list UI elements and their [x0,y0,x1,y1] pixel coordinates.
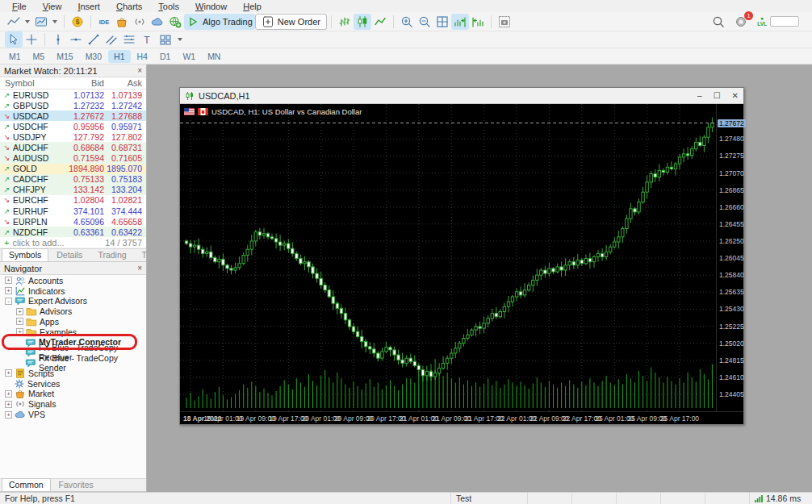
search-icon[interactable] [712,15,725,28]
column-bid[interactable]: Bid [62,78,104,88]
expand-icon[interactable]: + [5,369,12,377]
chart-preview-button[interactable] [32,14,60,30]
navigator-item-expert-advisors[interactable]: -Expert Advisors [0,296,146,306]
market-watch-row-eurpln[interactable]: ↘EURPLN4.650964.65658 [0,216,146,227]
market-watch-row-audchf[interactable]: ↘AUDCHF0.686840.68731 [0,142,146,152]
chart-style-button[interactable] [5,14,32,30]
column-ask[interactable]: Ask [104,78,146,88]
expand-icon[interactable]: + [5,401,12,408]
zoom-in-button[interactable] [398,14,416,30]
new-order-button[interactable]: New Order [255,14,327,30]
market-watch-row-audusd[interactable]: ↘AUDUSD0.715940.71605 [0,153,146,164]
zoom-out-button[interactable] [416,14,433,30]
close-button[interactable]: ✕ [732,91,739,100]
tab-trading[interactable]: Trading [90,248,133,261]
tile-windows-button[interactable] [433,14,451,30]
navigator-item-vps[interactable]: +VPS [0,410,146,420]
expand-icon[interactable]: + [5,277,12,284]
add-symbol-label[interactable]: click to add... [12,238,64,248]
market-watch-row-cadchf[interactable]: ↗CADCHF0.751330.75183 [0,174,146,185]
timeframe-h1[interactable]: H1 [108,50,130,63]
column-symbol[interactable]: Symbol [0,78,62,88]
close-icon[interactable]: × [137,264,142,273]
chart-window-titlebar[interactable]: USDCAD,H1 – ☐ ✕ [180,88,743,104]
timeframe-m15[interactable]: M15 [51,50,78,63]
deposit-button[interactable]: $ [69,14,86,30]
navigator-item-apps[interactable]: +Apps [0,317,146,327]
menu-charts[interactable]: Charts [109,1,149,12]
minimize-button[interactable]: – [697,91,702,100]
timeframe-m5[interactable]: M5 [27,50,51,63]
connection-level[interactable]: ●LVL [757,16,799,27]
close-icon[interactable]: × [137,66,142,75]
timeframe-mn[interactable]: MN [202,50,226,63]
equidistant-channel-button[interactable] [103,31,120,48]
navigator-item-examples[interactable]: +Examples [0,327,146,337]
vertical-line-button[interactable] [49,31,67,48]
tab-common[interactable]: Common [2,478,51,491]
cloud-button[interactable] [149,14,166,30]
expand-icon[interactable]: + [16,308,23,315]
menu-view[interactable]: View [36,1,69,12]
expand-icon[interactable]: + [16,328,23,335]
timeframe-w1[interactable]: W1 [177,50,201,63]
collapse-icon[interactable]: - [5,298,12,305]
menu-tools[interactable]: Tools [151,1,186,12]
expand-icon[interactable]: + [5,287,12,294]
trendline-button[interactable] [85,31,103,48]
market-watch-row-eurusd[interactable]: ↗EURUSD1.071321.07139 [0,90,146,100]
chart-canvas[interactable]: USDCAD, H1: US Dollar vs Canadian Dollar… [180,104,743,424]
market-watch-row-usdchf[interactable]: ↗USDCHF0.959560.95971 [0,121,146,131]
community-button[interactable] [166,14,184,30]
tab-details[interactable]: Details [49,248,90,261]
text-label-button[interactable]: T [138,31,156,48]
chart-shift-button[interactable] [469,14,487,30]
price-axis[interactable]: 1.276721.274801.272751.270701.268651.266… [716,104,743,411]
market-watch-row-eurchf[interactable]: ↘EURCHF1.028041.02821 [0,195,146,206]
shift-end-button[interactable] [451,14,469,30]
cursor-button[interactable] [5,31,23,48]
menu-help[interactable]: Help [236,1,269,12]
bars-mode-button[interactable] [336,14,354,30]
maximize-button[interactable]: ☐ [714,91,721,100]
menu-insert[interactable]: Insert [70,1,107,12]
add-symbol-row[interactable]: + click to add... 14 / 3757 [0,237,146,248]
time-axis[interactable]: 18 Apr 202219 Apr 01:0019 Apr 09:0019 Ap… [180,411,743,424]
market-watch-row-chfjpy[interactable]: ↗CHFJPY133.142133.204 [0,185,146,195]
expand-icon[interactable]: + [5,390,12,398]
candles-mode-button[interactable] [354,14,371,30]
tab-symbols[interactable]: Symbols [2,248,48,261]
menu-window[interactable]: Window [188,1,234,12]
timeframe-d1[interactable]: D1 [154,50,176,63]
market-watch-row-gold[interactable]: ↗GOLD1894.8901895.070 [0,164,146,174]
horizontal-line-button[interactable] [67,31,85,48]
toolbar-separator [44,33,45,46]
algo-trading-button[interactable]: Algo Trading [184,14,255,30]
navigator-item-advisors[interactable]: +Advisors [0,306,146,317]
market-watch-row-nzdchf[interactable]: ↗NZDCHF0.633610.63422 [0,227,146,237]
market-watch-row-eurhuf[interactable]: ↗EURHUF374.101374.444 [0,206,146,216]
market-watch-row-usdcad[interactable]: ↘USDCAD1.276721.27688 [0,110,146,121]
expand-icon[interactable]: + [5,411,12,419]
tab-favorites[interactable]: Favorites [52,478,101,491]
chart-window[interactable]: USDCAD,H1 – ☐ ✕ USDCAD, H1: US Dollar vs… [179,87,744,425]
connection-status[interactable]: 14.86 ms [749,493,812,504]
toolbar-separator [90,15,91,28]
notifications-button[interactable]: 1 [735,15,747,28]
timeframe-m30[interactable]: M30 [80,50,107,63]
crosshair-button[interactable] [23,31,40,48]
market-watch-row-usdjpy[interactable]: ↘USDJPY127.792127.802 [0,131,146,142]
candlestick-plot[interactable] [180,104,716,411]
market-store-button[interactable] [113,14,131,30]
shapes-button[interactable] [156,31,185,48]
fibonacci-button[interactable] [120,31,138,48]
menu-file[interactable]: File [5,1,34,12]
timeframe-m1[interactable]: M1 [3,50,27,63]
line-mode-button[interactable] [371,14,389,30]
signals-broadcast-button[interactable] [131,14,149,30]
market-watch-row-gbpusd[interactable]: ↗GBPUSD1.272321.27242 [0,100,146,110]
metaeditor-ide-button[interactable]: IDE [95,14,113,30]
timeframe-h4[interactable]: H4 [132,50,153,63]
screenshot-button[interactable] [496,14,513,30]
expand-icon[interactable]: + [16,318,23,325]
